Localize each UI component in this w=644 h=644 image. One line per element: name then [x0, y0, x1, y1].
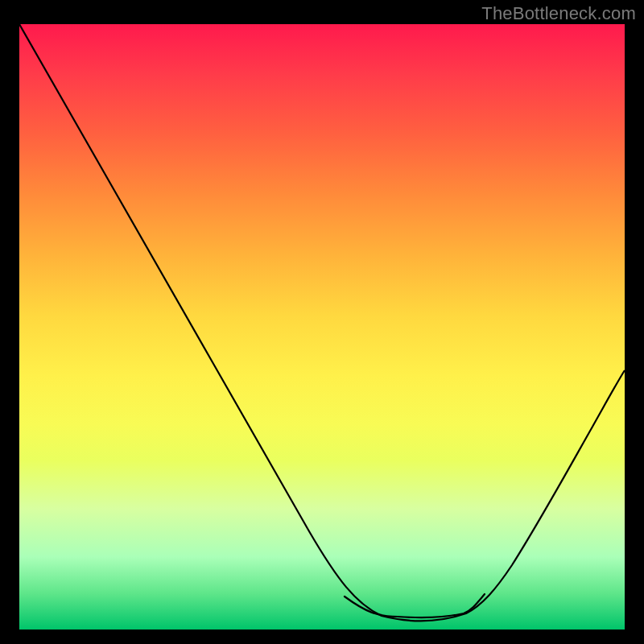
- curve-svg: [19, 24, 625, 630]
- bottleneck-curve: [19, 24, 625, 621]
- chart-stage: TheBottleneck.com: [0, 0, 644, 644]
- plot-area: [19, 24, 625, 630]
- watermark-text: TheBottleneck.com: [481, 3, 636, 24]
